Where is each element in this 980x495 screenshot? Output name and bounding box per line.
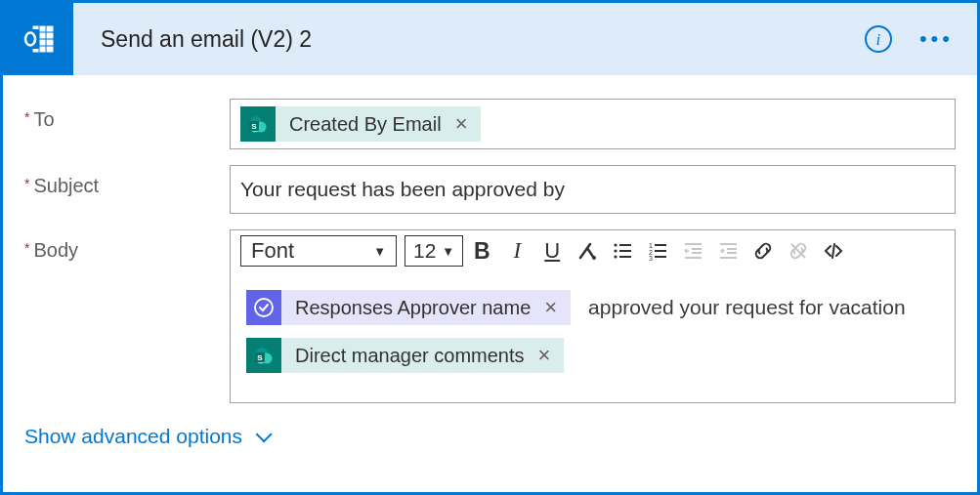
- required-asterisk: *: [24, 108, 29, 131]
- subject-input-box[interactable]: [230, 165, 956, 214]
- to-input[interactable]: S Created By Email ×: [230, 99, 956, 149]
- action-title: Send an email (V2) 2: [101, 26, 865, 53]
- token-label: Responses Approver name: [281, 290, 540, 325]
- svg-text:S: S: [257, 353, 263, 362]
- unlink-button[interactable]: [782, 235, 815, 267]
- body-content-area[interactable]: Responses Approver name × approved your …: [231, 271, 955, 402]
- required-asterisk: *: [24, 239, 29, 262]
- caret-down-icon: ▼: [373, 244, 386, 259]
- font-size-selector[interactable]: 12 ▼: [405, 235, 463, 267]
- subject-field-control: [230, 165, 956, 214]
- color-button[interactable]: [571, 235, 604, 267]
- sharepoint-icon: S: [246, 338, 281, 373]
- body-text: approved your request for vacation: [588, 289, 906, 326]
- numbered-list-button[interactable]: 123: [641, 235, 674, 267]
- token-approver-name[interactable]: Responses Approver name ×: [246, 290, 571, 325]
- info-icon[interactable]: i: [865, 25, 892, 53]
- link-button[interactable]: [746, 235, 780, 267]
- svg-point-14: [592, 256, 596, 260]
- more-menu-icon[interactable]: •••: [919, 28, 954, 50]
- sharepoint-icon: S: [240, 106, 276, 142]
- bold-button[interactable]: B: [465, 235, 498, 267]
- underline-button[interactable]: U: [535, 235, 569, 267]
- indent-button[interactable]: [711, 235, 745, 267]
- body-line-1: Responses Approver name × approved your …: [246, 289, 939, 326]
- body-label: * Body: [24, 229, 230, 262]
- svg-text:1: 1: [649, 242, 653, 249]
- token-manager-comments[interactable]: S Direct manager comments ×: [246, 338, 564, 373]
- connector-icon-outlook: [3, 3, 73, 75]
- outdent-button[interactable]: [676, 235, 709, 267]
- to-label: * To: [24, 99, 230, 131]
- token-created-by-email[interactable]: S Created By Email ×: [240, 106, 481, 142]
- token-remove-icon[interactable]: ×: [534, 345, 565, 366]
- svg-point-15: [615, 243, 618, 246]
- code-view-button[interactable]: [817, 235, 850, 267]
- subject-label: * Subject: [24, 165, 230, 197]
- outlook-icon: [19, 20, 58, 59]
- token-remove-icon[interactable]: ×: [451, 113, 482, 135]
- token-remove-icon[interactable]: ×: [540, 297, 571, 318]
- token-label: Direct manager comments: [281, 338, 534, 373]
- caret-down-icon: ▼: [442, 244, 454, 259]
- svg-point-17: [615, 255, 618, 258]
- subject-input[interactable]: [240, 178, 945, 201]
- body-editor: Font ▼ 12 ▼ B I U: [230, 229, 956, 403]
- bullet-list-button[interactable]: [606, 235, 639, 267]
- to-field-control: S Created By Email ×: [230, 99, 956, 149]
- chevron-down-icon: [256, 426, 273, 442]
- italic-button[interactable]: I: [500, 235, 533, 267]
- svg-point-16: [615, 249, 618, 252]
- svg-text:3: 3: [649, 255, 653, 262]
- action-card: Send an email (V2) 2 i ••• * To: [0, 0, 980, 495]
- subject-field-row: * Subject: [24, 165, 956, 214]
- body-field-control: Font ▼ 12 ▼ B I U: [230, 229, 956, 403]
- advanced-options-row: Show advanced options: [3, 419, 977, 470]
- font-selector[interactable]: Font ▼: [240, 235, 397, 267]
- to-field-row: * To S: [24, 99, 956, 149]
- body-line-2: S Direct manager comments ×: [246, 338, 939, 373]
- svg-point-36: [255, 299, 273, 316]
- fields-area: * To S: [3, 75, 977, 403]
- approvals-icon: [246, 290, 281, 325]
- required-asterisk: *: [24, 175, 29, 197]
- card-header[interactable]: Send an email (V2) 2 i •••: [3, 3, 977, 75]
- show-advanced-options-link[interactable]: Show advanced options: [24, 425, 268, 448]
- rich-text-toolbar: Font ▼ 12 ▼ B I U: [231, 230, 955, 271]
- svg-text:S: S: [251, 122, 257, 131]
- token-label: Created By Email: [276, 113, 451, 136]
- body-field-row: * Body Font ▼ 12 ▼ B I: [24, 229, 956, 403]
